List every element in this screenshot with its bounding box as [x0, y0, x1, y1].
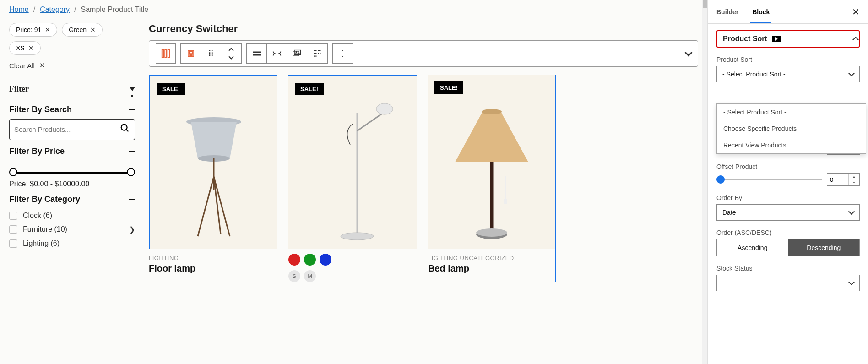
product-sort-select[interactable]: - Select Product Sort -: [716, 66, 860, 82]
columns-icon[interactable]: [156, 43, 176, 64]
size-option[interactable]: S: [288, 270, 300, 282]
stock-status-select[interactable]: [716, 275, 860, 291]
checkbox[interactable]: [9, 225, 17, 234]
slider-knob[interactable]: [716, 175, 725, 184]
filter-search-head: Filter By Search: [9, 105, 72, 114]
svg-point-29: [341, 233, 374, 240]
tool-template[interactable]: [181, 44, 201, 63]
search-input[interactable]: [14, 125, 120, 133]
link-icon[interactable]: [267, 44, 287, 63]
grid-icon[interactable]: [307, 44, 327, 63]
product-category: LIGHTING: [149, 249, 277, 261]
breadcrumb-sep: /: [33, 5, 35, 14]
checkbox[interactable]: [9, 212, 17, 220]
filter-price-head: Filter By Price: [9, 147, 65, 156]
orderby-label: Order By: [716, 194, 860, 201]
price-slider-max[interactable]: [127, 168, 135, 176]
collapse-icon[interactable]: [129, 151, 135, 152]
breadcrumb: Home / Category / Sample Product Title: [9, 4, 698, 23]
category-item[interactable]: Furniture (10) ❯: [9, 223, 135, 237]
order-asc-button[interactable]: Ascending: [717, 239, 788, 256]
dropdown-option[interactable]: Choose Specific Products: [717, 120, 866, 137]
product-sort-dropdown[interactable]: - Select Product Sort - Choose Specific …: [716, 103, 866, 154]
drag-handle-icon[interactable]: ⠿: [201, 44, 221, 63]
product-image[interactable]: SALE!: [428, 75, 555, 249]
scroll-thumb[interactable]: [703, 0, 707, 8]
breadcrumb-sep: /: [74, 5, 76, 14]
svg-rect-18: [320, 53, 320, 54]
product-image[interactable]: SALE!: [149, 75, 277, 249]
filter-category-head: Filter By Category: [9, 195, 80, 204]
svg-rect-16: [314, 53, 317, 54]
spin-up[interactable]: ▲: [849, 174, 859, 179]
chip-price[interactable]: Price: 91✕: [9, 23, 57, 37]
swatch-blue[interactable]: [320, 254, 331, 266]
svg-rect-19: [314, 56, 315, 57]
product-name[interactable]: Bed lamp: [428, 263, 555, 274]
svg-rect-3: [165, 50, 167, 58]
currency-switcher-title: Currency Switcher: [149, 23, 698, 35]
close-icon[interactable]: ✕: [90, 26, 96, 33]
svg-rect-20: [315, 56, 316, 57]
chevron-right-icon[interactable]: ❯: [129, 225, 135, 234]
checkbox[interactable]: [9, 239, 17, 248]
tab-builder[interactable]: Builder: [716, 8, 738, 16]
svg-rect-14: [314, 50, 317, 51]
chip-size[interactable]: XS✕: [9, 41, 41, 55]
order-desc-button[interactable]: Descending: [788, 239, 860, 256]
close-icon[interactable]: ✕: [28, 44, 34, 52]
gallery-icon[interactable]: [287, 44, 307, 63]
svg-rect-15: [318, 50, 321, 51]
dropdown-option[interactable]: - Select Product Sort -: [717, 104, 866, 120]
tab-block[interactable]: Block: [752, 8, 770, 16]
close-icon[interactable]: ✕: [852, 6, 860, 17]
move-up-icon[interactable]: [221, 44, 241, 63]
svg-line-24: [198, 177, 214, 236]
chevron-down-icon: [848, 279, 855, 285]
spin-down[interactable]: ▼: [849, 179, 859, 185]
collapse-icon[interactable]: [129, 199, 135, 200]
category-item[interactable]: Clock (6): [9, 209, 135, 223]
product-name[interactable]: Floor lamp: [149, 263, 277, 274]
product-category: LIGHTING UNCATEGORIZED: [428, 249, 555, 261]
clear-all-button[interactable]: Clear All✕: [9, 61, 45, 70]
product-sort-header[interactable]: Product Sort: [716, 30, 860, 48]
offset-label: Offset Product: [716, 163, 860, 170]
svg-rect-9: [253, 52, 261, 53]
main-scrollbar[interactable]: [702, 0, 707, 364]
sale-badge: SALE!: [157, 83, 185, 95]
breadcrumb-home[interactable]: Home: [9, 5, 29, 14]
chevron-down-icon: [848, 208, 855, 215]
price-range-label: Price: $0.00 - $10000.00: [9, 180, 135, 188]
align-icon[interactable]: [247, 44, 267, 63]
search-icon[interactable]: [120, 123, 130, 136]
size-option[interactable]: M: [304, 270, 316, 282]
swatch-red[interactable]: [288, 254, 300, 266]
chevron-down-icon[interactable]: [685, 49, 693, 57]
close-icon[interactable]: ✕: [45, 26, 50, 33]
svg-rect-6: [189, 52, 193, 54]
chevron-down-icon: [848, 70, 855, 76]
offset-input[interactable]: [827, 176, 848, 183]
chip-color[interactable]: Green✕: [62, 23, 103, 37]
stock-status-label: Stock Status: [716, 265, 860, 272]
svg-point-0: [121, 125, 127, 130]
dropdown-option[interactable]: Recent View Products: [717, 137, 866, 153]
breadcrumb-category[interactable]: Category: [40, 5, 70, 14]
close-icon: ✕: [39, 61, 45, 70]
sale-badge: SALE!: [434, 81, 463, 94]
collapse-icon[interactable]: [129, 109, 135, 110]
svg-rect-17: [318, 53, 319, 54]
price-slider-min[interactable]: [9, 168, 17, 176]
product-image[interactable]: SALE!: [288, 75, 417, 249]
swatch-green[interactable]: [304, 254, 316, 266]
svg-rect-4: [168, 50, 170, 58]
more-options-icon[interactable]: ⋮: [333, 44, 353, 63]
svg-line-25: [214, 177, 230, 236]
offset-slider[interactable]: [716, 179, 822, 180]
video-icon[interactable]: [772, 36, 781, 42]
category-item[interactable]: Lighting (6): [9, 237, 135, 250]
price-slider-track[interactable]: [11, 172, 133, 174]
order-label: Order (ASC/DESC): [716, 229, 860, 236]
orderby-select[interactable]: Date: [716, 204, 860, 221]
